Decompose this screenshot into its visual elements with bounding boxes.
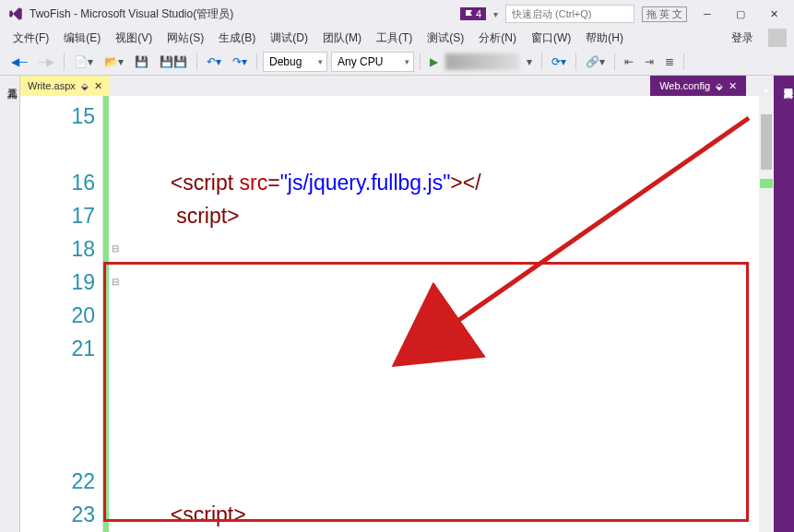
refresh-button[interactable]: ⟳▾ bbox=[548, 53, 570, 70]
line-number-gutter: 15 16 17 18 19 20 21 22 23 bbox=[20, 96, 103, 532]
scrollbar-thumb[interactable] bbox=[761, 114, 772, 170]
platform-combo[interactable]: Any CPU bbox=[331, 52, 414, 72]
code-body[interactable]: <script src="js/jquery.fullbg.js"></ scr… bbox=[122, 96, 774, 532]
quick-launch-input[interactable] bbox=[505, 5, 634, 23]
menu-view[interactable]: 视图(V) bbox=[110, 29, 158, 48]
menu-edit[interactable]: 编辑(E) bbox=[58, 29, 106, 48]
right-tool-well: 解决方案资源管理器 团队资源管理器 属性 bbox=[774, 76, 794, 532]
code-editor[interactable]: 15 16 17 18 19 20 21 22 23 ⊟ ⊟ <script bbox=[20, 96, 774, 532]
toolbox-tab[interactable]: 工具箱 bbox=[0, 76, 20, 532]
menu-build[interactable]: 生成(B) bbox=[213, 29, 261, 48]
menu-tools[interactable]: 工具(T) bbox=[371, 29, 418, 48]
tab-close-icon[interactable]: ✕ bbox=[729, 80, 737, 92]
menu-window[interactable]: 窗口(W) bbox=[526, 29, 576, 48]
dropdown-icon[interactable]: ▾ bbox=[523, 53, 536, 70]
open-button[interactable]: 📂▾ bbox=[101, 53, 127, 70]
tab-web-config[interactable]: Web.config ⬙ ✕ bbox=[650, 76, 746, 96]
tab-close-icon[interactable]: ✕ bbox=[94, 80, 102, 92]
toolbar: ◀─ ─▶ 📄▾ 📂▾ 💾 💾💾 ↶▾ ↷▾ Debug Any CPU ▶ ▾… bbox=[0, 48, 794, 76]
config-combo[interactable]: Debug bbox=[263, 52, 327, 72]
save-button[interactable]: 💾 bbox=[131, 53, 152, 70]
menu-file[interactable]: 文件(F) bbox=[7, 29, 54, 48]
indent-out-button[interactable]: ⇤ bbox=[621, 53, 637, 70]
editor: Write.aspx ⬙ ✕ Web.config ⬙ ✕ ▾ 15 16 17… bbox=[20, 76, 774, 532]
minimize-button[interactable]: ─ bbox=[694, 5, 720, 23]
title-bar: TwoFish - Microsoft Visual Studio(管理员) 4… bbox=[0, 0, 794, 28]
start-debug-button[interactable]: ▶ bbox=[426, 53, 442, 70]
tab-label: Web.config bbox=[659, 80, 710, 91]
nav-fwd-button[interactable]: ─▶ bbox=[35, 53, 59, 70]
tab-overflow-icon[interactable]: ▾ bbox=[764, 86, 768, 96]
window-title: TwoFish - Microsoft Visual Studio(管理员) bbox=[30, 6, 460, 22]
fold-column[interactable]: ⊟ ⊟ bbox=[109, 96, 122, 532]
menu-analyze[interactable]: 分析(N) bbox=[473, 29, 522, 48]
nav-back-button[interactable]: ◀─ bbox=[7, 53, 31, 70]
menu-debug[interactable]: 调试(D) bbox=[265, 29, 314, 48]
close-button[interactable]: ✕ bbox=[761, 5, 787, 23]
login-link[interactable]: 登录 bbox=[726, 29, 759, 48]
undo-button[interactable]: ↶▾ bbox=[203, 53, 225, 70]
tab-label: Write.aspx bbox=[28, 80, 76, 91]
solution-explorer-tab[interactable]: 解决方案资源管理器 bbox=[781, 81, 794, 532]
notification-count: 4 bbox=[476, 8, 481, 19]
notification-flag[interactable]: 4 bbox=[460, 7, 486, 20]
main-area: 工具箱 Write.aspx ⬙ ✕ Web.config ⬙ ✕ ▾ 15 1… bbox=[0, 76, 794, 532]
save-all-button[interactable]: 💾💾 bbox=[156, 53, 191, 70]
indent-in-button[interactable]: ⇥ bbox=[641, 53, 658, 70]
redo-button[interactable]: ↷▾ bbox=[229, 53, 251, 70]
new-project-button[interactable]: 📄▾ bbox=[70, 53, 97, 70]
pin-icon[interactable]: ⬙ bbox=[716, 81, 723, 91]
tab-write-aspx[interactable]: Write.aspx ⬙ ✕ bbox=[20, 76, 110, 96]
menu-bar: 文件(F) 编辑(E) 视图(V) 网站(S) 生成(B) 调试(D) 团队(M… bbox=[0, 28, 794, 48]
ime-indicator[interactable]: 拖 英 文 bbox=[642, 6, 687, 22]
browser-combo[interactable] bbox=[445, 53, 519, 70]
vs-logo-icon bbox=[7, 6, 24, 22]
menu-team[interactable]: 团队(M) bbox=[317, 29, 367, 48]
vertical-scrollbar[interactable] bbox=[759, 96, 774, 532]
comment-button[interactable]: ≣ bbox=[661, 53, 678, 70]
pin-icon[interactable]: ⬙ bbox=[81, 81, 89, 91]
down-icon[interactable]: ▾ bbox=[493, 9, 498, 19]
document-tabs: Write.aspx ⬙ ✕ Web.config ⬙ ✕ ▾ bbox=[20, 76, 774, 96]
maximize-button[interactable]: ▢ bbox=[728, 5, 753, 23]
browser-link-button[interactable]: 🔗▾ bbox=[582, 53, 609, 70]
user-avatar-icon[interactable] bbox=[768, 29, 787, 47]
menu-help[interactable]: 帮助(H) bbox=[580, 29, 629, 48]
change-marker bbox=[760, 179, 773, 188]
menu-test[interactable]: 测试(S) bbox=[421, 29, 469, 48]
menu-website[interactable]: 网站(S) bbox=[161, 29, 209, 48]
